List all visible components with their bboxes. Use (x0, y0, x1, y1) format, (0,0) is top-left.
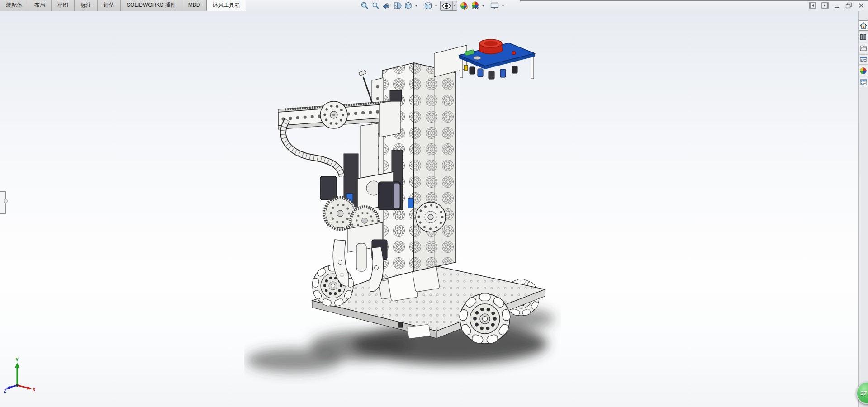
triad-y-arrow (15, 363, 19, 368)
board-standoff (474, 56, 481, 60)
view-orientation-dropdown[interactable]: ▼ (414, 4, 418, 7)
minimize-button[interactable] (833, 2, 841, 9)
tab-annotate[interactable]: 标注 (75, 0, 98, 11)
tab-addins[interactable]: SOLIDWORKS 插件 (121, 0, 182, 11)
hide-show-items-group: ▼ (440, 1, 457, 11)
section-view-icon[interactable] (392, 1, 402, 11)
triad-z-label: Z (4, 388, 7, 393)
arm-carriage[interactable] (380, 99, 400, 137)
triad-y-label: Y (15, 357, 19, 362)
lever-arm[interactable] (359, 70, 372, 103)
zoom-to-fit-icon[interactable] (360, 1, 370, 11)
edit-appearance-icon[interactable] (459, 1, 469, 11)
command-bar: 装配体 布局 草图 标注 评估 SOLIDWORKS 插件 MBD 沐风工具箱 (0, 0, 868, 11)
hide-show-items-dropdown[interactable]: ▼ (452, 1, 457, 10)
headsup-view-toolbar: ▼ ▼ ▼ (360, 0, 505, 11)
display-style-icon[interactable] (423, 1, 433, 11)
close-button[interactable] (857, 2, 865, 9)
view-settings-icon[interactable] (490, 1, 500, 11)
taskpane-file-explorer-button[interactable] (859, 43, 868, 53)
featuremanager-expand-knob[interactable] (4, 199, 8, 203)
home-icon (860, 22, 867, 29)
triad-x-label: X (32, 387, 36, 392)
board-led (512, 51, 516, 55)
apply-scene-dropdown[interactable]: ▼ (481, 4, 485, 7)
tab-assembly[interactable]: 装配体 (0, 0, 28, 11)
custom-properties-icon (860, 79, 867, 85)
tab-evaluate[interactable]: 评估 (98, 0, 121, 11)
restore-button[interactable] (845, 2, 853, 9)
collapse-pane-left-button[interactable] (808, 2, 816, 9)
featuremanager-collapsed-tab[interactable] (0, 191, 6, 214)
taskpane-appearances-button[interactable] (859, 66, 868, 76)
taskpane-home-button[interactable] (859, 20, 868, 31)
tower-base-disc[interactable] (416, 202, 446, 232)
previous-view-icon[interactable] (381, 1, 391, 11)
commandmanager-tabs: 装配体 布局 草图 标注 评估 SOLIDWORKS 插件 MBD 沐风工具箱 (0, 0, 246, 11)
tower-connector-blue (408, 198, 413, 208)
taskpane-design-library-button[interactable] (859, 32, 868, 42)
apply-scene-icon[interactable] (470, 1, 480, 11)
tab-mufeng-toolbox[interactable]: 沐风工具箱 (206, 0, 246, 11)
collapse-pane-right-button[interactable] (821, 2, 829, 9)
taskpane-view-palette-button[interactable] (859, 54, 868, 65)
robot-assembly-model[interactable] (244, 27, 561, 384)
gripper-servo-left[interactable] (320, 176, 337, 200)
view-palette-icon (860, 57, 867, 63)
tab-sketch[interactable]: 草图 (52, 0, 75, 11)
view-settings-dropdown[interactable]: ▼ (501, 4, 505, 7)
emergency-stop-button[interactable] (479, 39, 503, 54)
zoom-to-area-icon[interactable] (370, 1, 380, 11)
design-library-icon (860, 33, 867, 40)
window-controls (808, 2, 865, 9)
view-orientation-icon[interactable] (403, 1, 413, 11)
window-top-edge (520, 0, 868, 1)
graphics-area[interactable]: Y X Z (0, 11, 858, 407)
orientation-triad[interactable]: Y X Z (4, 356, 37, 395)
taskpane-custom-properties-button[interactable] (859, 77, 868, 87)
arm-motor[interactable] (390, 90, 402, 101)
recorder-badge-count: 37 (860, 390, 867, 397)
display-style-dropdown[interactable]: ▼ (434, 4, 438, 7)
hide-show-items-icon[interactable] (441, 1, 452, 11)
file-explorer-icon (860, 45, 867, 52)
tab-mbd[interactable]: MBD (182, 0, 207, 11)
task-pane-strip (858, 11, 868, 407)
tab-layout[interactable]: 布局 (28, 0, 52, 11)
gripper-finger-middle[interactable] (356, 243, 366, 271)
appearances-icon (860, 67, 867, 74)
triad-x-arrow (27, 386, 32, 390)
arm-pulley-disc[interactable] (320, 101, 347, 128)
